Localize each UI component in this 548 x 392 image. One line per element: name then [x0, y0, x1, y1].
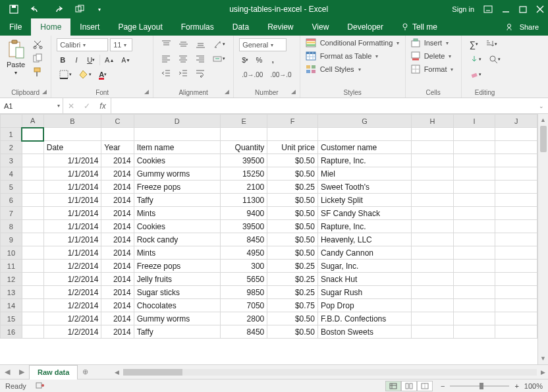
cell-G11[interactable]: Sugar, Inc.: [317, 260, 411, 273]
clear-icon[interactable]: ▾: [467, 69, 484, 80]
tab-nav-next-icon[interactable]: ▶: [14, 368, 29, 376]
cell-D14[interactable]: Chocolates: [134, 299, 220, 312]
cell-G4[interactable]: Miel: [317, 167, 411, 181]
cell-A7[interactable]: [22, 207, 43, 220]
bold-button[interactable]: B: [57, 54, 68, 66]
cell-B11[interactable]: 1/2/2014: [43, 260, 101, 273]
cell-B6[interactable]: 1/1/2014: [43, 194, 101, 207]
cell-D15[interactable]: Gummy worms: [134, 312, 220, 325]
percent-format-icon[interactable]: %: [253, 54, 265, 66]
cell-B4[interactable]: 1/1/2014: [43, 167, 101, 181]
cell-D2[interactable]: Item name: [134, 141, 220, 154]
cell-C12[interactable]: 2014: [101, 273, 134, 286]
fx-icon[interactable]: fx: [95, 101, 111, 111]
row-header[interactable]: 2: [1, 141, 22, 154]
scroll-left-icon[interactable]: ◀: [115, 369, 119, 376]
row-header[interactable]: 14: [1, 299, 22, 312]
cell-H16[interactable]: [412, 325, 454, 339]
format-as-table-button[interactable]: Format as Table▾: [306, 51, 400, 61]
cell-H7[interactable]: [412, 207, 454, 220]
cell-J7[interactable]: [495, 207, 537, 220]
cell-G10[interactable]: Candy Cannon: [317, 246, 411, 260]
find-select-icon[interactable]: ▾: [486, 53, 503, 65]
cell-D6[interactable]: Taffy: [134, 194, 220, 207]
cell-B8[interactable]: 1/1/2014: [43, 220, 101, 233]
cell-C16[interactable]: 2014: [101, 325, 134, 339]
col-header-H[interactable]: H: [412, 115, 454, 128]
tab-data[interactable]: Data: [223, 18, 258, 36]
row-header[interactable]: 11: [1, 260, 22, 273]
cell-J11[interactable]: [495, 260, 537, 273]
number-format-select[interactable]: General▾: [239, 38, 287, 51]
increase-decimal-icon[interactable]: .0→.00: [239, 69, 265, 80]
cell-H12[interactable]: [412, 273, 454, 286]
cell-G12[interactable]: Snack Hut: [317, 273, 411, 286]
cell-C9[interactable]: 2014: [101, 233, 134, 246]
cell-H13[interactable]: [412, 286, 454, 299]
zoom-slider[interactable]: [450, 385, 509, 387]
zoom-level[interactable]: 100%: [524, 382, 543, 390]
cell-G2[interactable]: Customer name: [317, 141, 411, 154]
cell-I2[interactable]: [453, 141, 495, 154]
cell-E16[interactable]: 8450: [221, 325, 267, 339]
cell-B9[interactable]: 1/1/2014: [43, 233, 101, 246]
row-header[interactable]: 16: [1, 325, 22, 339]
row-header[interactable]: 15: [1, 312, 22, 325]
cell-J5[interactable]: [495, 181, 537, 194]
cell-E10[interactable]: 4950: [221, 246, 267, 260]
cell-D16[interactable]: Taffy: [134, 325, 220, 339]
tab-view[interactable]: View: [303, 18, 339, 36]
cell-C7[interactable]: 2014: [101, 207, 134, 220]
cell-D9[interactable]: Rock candy: [134, 233, 220, 246]
col-header-A[interactable]: A: [22, 115, 43, 128]
row-header[interactable]: 6: [1, 194, 22, 207]
cell-I1[interactable]: [453, 128, 495, 141]
cell-G9[interactable]: Heavenly, LLC: [317, 233, 411, 246]
cell-H5[interactable]: [412, 181, 454, 194]
cell-C8[interactable]: 2014: [101, 220, 134, 233]
tab-home[interactable]: Home: [31, 18, 70, 36]
dialog-launcher-icon[interactable]: ◢: [225, 88, 229, 95]
row-header[interactable]: 10: [1, 246, 22, 260]
cell-F4[interactable]: $0.50: [267, 167, 318, 181]
cell-I8[interactable]: [453, 220, 495, 233]
cell-H2[interactable]: [412, 141, 454, 154]
cell-I14[interactable]: [453, 299, 495, 312]
cell-C10[interactable]: 2014: [101, 246, 134, 260]
align-right-icon[interactable]: [193, 53, 208, 65]
row-header[interactable]: 7: [1, 207, 22, 220]
cell-B2[interactable]: Date: [43, 141, 101, 154]
close-icon[interactable]: [536, 5, 544, 13]
cell-I6[interactable]: [453, 194, 495, 207]
cell-C15[interactable]: 2014: [101, 312, 134, 325]
cell-J12[interactable]: [495, 273, 537, 286]
cell-C11[interactable]: 2014: [101, 260, 134, 273]
copy-icon[interactable]: [30, 52, 45, 64]
signin-link[interactable]: Sign in: [452, 5, 474, 13]
select-all-corner[interactable]: [1, 115, 22, 128]
undo-icon[interactable]: [28, 3, 43, 15]
cell-E8[interactable]: 39500: [221, 220, 267, 233]
align-middle-icon[interactable]: [176, 38, 191, 50]
cell-E2[interactable]: Quantity: [221, 141, 267, 154]
align-top-icon[interactable]: [159, 38, 174, 50]
cell-A12[interactable]: [22, 273, 43, 286]
cell-J6[interactable]: [495, 194, 537, 207]
paste-button[interactable]: Paste ▾: [5, 38, 26, 77]
cell-I15[interactable]: [453, 312, 495, 325]
cell-A16[interactable]: [22, 325, 43, 339]
tell-me[interactable]: Tell me: [393, 18, 447, 36]
tab-file[interactable]: File: [0, 18, 31, 36]
cell-B12[interactable]: 1/2/2014: [43, 273, 101, 286]
cell-G3[interactable]: Rapture, Inc.: [317, 154, 411, 167]
format-cells-button[interactable]: Format▾: [411, 65, 456, 74]
increase-font-icon[interactable]: A▲: [102, 54, 117, 66]
cell-H6[interactable]: [412, 194, 454, 207]
cell-F10[interactable]: $0.50: [267, 246, 318, 260]
cell-A4[interactable]: [22, 167, 43, 181]
cell-D3[interactable]: Cookies: [134, 154, 220, 167]
cell-E11[interactable]: 300: [221, 260, 267, 273]
cell-G5[interactable]: Sweet Tooth's: [317, 181, 411, 194]
cell-D8[interactable]: Cookies: [134, 220, 220, 233]
cell-E14[interactable]: 7050: [221, 299, 267, 312]
